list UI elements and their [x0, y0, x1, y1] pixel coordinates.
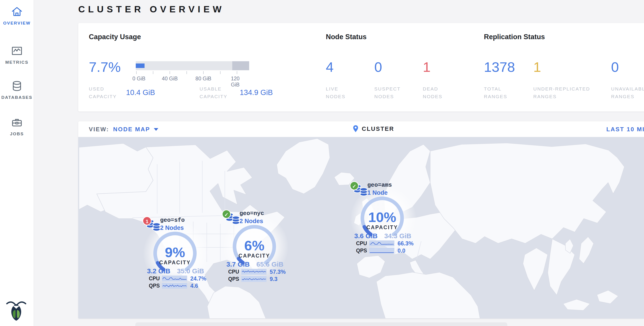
cpu-sparkline — [241, 269, 266, 275]
capacity-bar-fill — [136, 63, 144, 68]
sidebar-item-label: DATABASES — [0, 95, 34, 100]
under-replicated-ranges-value: 1 — [533, 59, 541, 75]
view-label: VIEW: — [89, 126, 109, 133]
jobs-icon — [11, 117, 23, 128]
page-title: CLUSTER OVERVIEW — [78, 4, 224, 15]
node-used-capacity: 3.7 GiB — [226, 261, 250, 268]
unavailable-ranges-label: UNAVAILABLE RANGES — [611, 85, 644, 100]
capacity-bar-ticks — [136, 71, 249, 75]
usable-capacity-stat: USABLE CAPACITY 134.9 GiB — [200, 85, 273, 100]
tick-label: 0 GiB — [132, 76, 146, 82]
cpu-value: 57.3% — [270, 269, 286, 275]
dead-nodes-value: 1 — [423, 59, 430, 75]
view-dropdown[interactable]: NODE MAP — [113, 126, 158, 133]
cluster-summary-card: Capacity Usage 7.7% 0 GiB 40 GiB 80 GiB … — [78, 23, 644, 111]
under-replicated-ranges-label: UNDER-REPLICATED RANGES — [533, 85, 590, 100]
qps-label: QPS — [228, 276, 241, 282]
map-node-nyc[interactable]: ✓ geo=nyc 2 Nodes 6% CAPACITY 3.7 GiB 65… — [224, 210, 289, 284]
cpu-label: CPU — [356, 240, 369, 247]
qps-value: 0.0 — [398, 247, 406, 254]
cpu-value: 24.7% — [190, 275, 206, 282]
total-ranges-label: TOTAL RANGES — [484, 85, 507, 100]
cpu-sparkline — [369, 240, 394, 246]
node-total-capacity: 65.6 GiB — [256, 261, 284, 268]
replication-status-title: Replication Status — [484, 33, 545, 41]
location-pin-icon — [352, 125, 359, 133]
node-status-title: Node Status — [326, 33, 367, 41]
next-card-edge — [135, 323, 507, 326]
world-map[interactable]: 1 geo=sfo 2 Nodes 9% CAPACITY 3.2 GiB 35… — [78, 137, 644, 319]
databases-icon — [11, 80, 23, 92]
node-total-capacity: 34.3 GiB — [384, 232, 411, 240]
sidebar-item-metrics[interactable]: METRICS — [0, 45, 34, 65]
used-capacity-value: 10.4 GiB — [126, 88, 155, 97]
cpu-sparkline — [162, 276, 187, 281]
node-map-card: VIEW: NODE MAP CLUSTER LAST 10 MIN — [78, 121, 644, 319]
total-ranges-value: 1378 — [484, 59, 515, 75]
gauge-percent: 6% — [224, 238, 285, 254]
node-total-capacity: 35.0 GiB — [177, 267, 204, 275]
qps-label: QPS — [149, 283, 162, 289]
sidebar-item-databases[interactable]: DATABASES — [0, 80, 34, 100]
node-locality: geo=ams — [367, 182, 392, 188]
time-range-dropdown[interactable]: LAST 10 MIN — [606, 126, 644, 133]
node-used-capacity: 3.2 GiB — [147, 267, 170, 275]
suspect-nodes-value: 0 — [374, 59, 382, 75]
used-capacity-label: USED CAPACITY — [89, 85, 126, 100]
capacity-bar-reserved — [232, 61, 249, 70]
breadcrumb[interactable]: CLUSTER — [352, 125, 394, 133]
sidebar-item-label: OVERVIEW — [0, 21, 34, 26]
chevron-down-icon — [154, 128, 158, 131]
home-icon — [11, 6, 23, 17]
sidebar-item-overview[interactable]: OVERVIEW — [0, 6, 34, 26]
sidebar-item-label: METRICS — [0, 60, 34, 65]
cpu-label: CPU — [228, 269, 241, 275]
usable-capacity-label: USABLE CAPACITY — [200, 85, 240, 100]
node-used-capacity: 3.6 GiB — [354, 232, 378, 240]
capacity-bar-track — [136, 61, 249, 70]
map-node-sfo[interactable]: 1 geo=sfo 2 Nodes 9% CAPACITY 3.2 GiB 35… — [144, 216, 210, 291]
qps-value: 4.6 — [190, 283, 198, 289]
healthy-node-badge: ✓ — [222, 210, 231, 219]
suspect-nodes-label: SUSPECT NODES — [374, 85, 401, 100]
tick-label: 40 GiB — [162, 76, 178, 82]
map-node-ams[interactable]: ✓ geo=ams 1 Node 10% CAPACITY 3.6 GiB 34… — [352, 181, 417, 256]
node-locality: geo=nyc — [240, 210, 264, 217]
tick-label: 80 GiB — [196, 76, 211, 82]
capacity-used-percent: 7.7% — [89, 59, 121, 75]
gauge-percent: 10% — [352, 209, 413, 225]
capacity-bar-labels: 0 GiB 40 GiB 80 GiB 120 GiB — [136, 75, 249, 81]
cpu-label: CPU — [149, 276, 162, 282]
unavailable-ranges-value: 0 — [611, 59, 619, 75]
usable-capacity-value: 134.9 GiB — [240, 88, 273, 97]
used-capacity-stat: USED CAPACITY 10.4 GiB — [89, 85, 155, 100]
dead-node-badge: 1 — [142, 216, 152, 225]
metrics-icon — [11, 45, 23, 57]
capacity-bar: 0 GiB 40 GiB 80 GiB 120 GiB — [136, 61, 249, 81]
qps-label: QPS — [356, 248, 369, 254]
dead-nodes-label: DEAD NODES — [423, 85, 442, 100]
qps-sparkline — [241, 276, 266, 282]
cpu-value: 66.3% — [398, 240, 414, 247]
live-nodes-label: LIVE NODES — [326, 85, 346, 100]
qps-value: 9.3 — [270, 276, 278, 282]
capacity-usage-title: Capacity Usage — [89, 33, 141, 41]
gauge-caption: CAPACITY — [224, 253, 285, 259]
map-toolbar: VIEW: NODE MAP CLUSTER LAST 10 MIN — [78, 121, 644, 137]
healthy-node-badge: ✓ — [350, 181, 359, 190]
node-locality: geo=sfo — [160, 217, 185, 224]
gauge-caption: CAPACITY — [144, 260, 206, 266]
cockroachdb-logo[interactable] — [5, 300, 28, 323]
qps-sparkline — [162, 283, 187, 289]
gauge-percent: 9% — [144, 244, 206, 260]
view-selector[interactable]: VIEW: NODE MAP — [89, 126, 158, 133]
breadcrumb-cluster: CLUSTER — [362, 125, 394, 132]
sidebar-item-label: JOBS — [0, 132, 34, 137]
qps-sparkline — [369, 248, 394, 254]
sidebar: OVERVIEW METRICS DATABASES — [0, 0, 34, 326]
gauge-caption: CAPACITY — [352, 224, 413, 231]
live-nodes-value: 4 — [326, 59, 334, 75]
sidebar-item-jobs[interactable]: JOBS — [0, 117, 34, 137]
